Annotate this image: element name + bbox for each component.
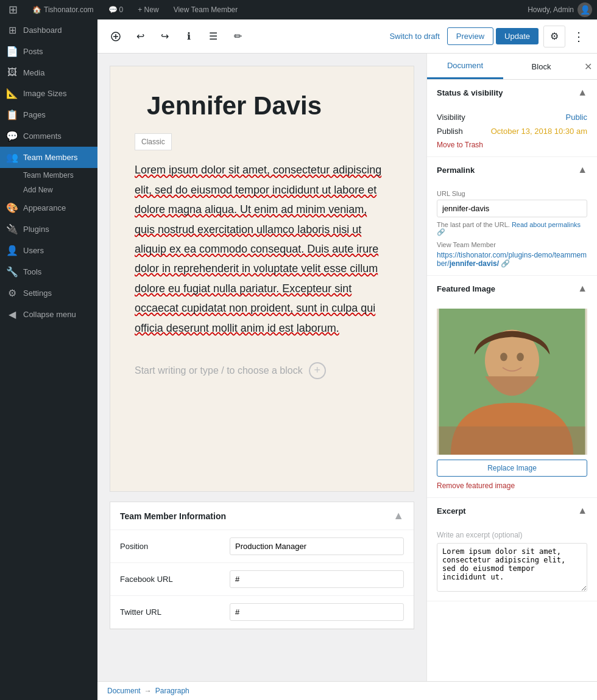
position-label: Position [120, 542, 230, 551]
appearance-icon: 🎨 [6, 202, 18, 214]
bottom-bar-document-link[interactable]: Document [107, 687, 141, 695]
add-block-area: Start writing or type / to choose a bloc… [110, 350, 414, 391]
facebook-label: Facebook URL [120, 575, 230, 584]
excerpt-title: Excerpt [437, 506, 466, 516]
post-title-area: Jennifer Davis [110, 66, 414, 133]
visibility-value[interactable]: Public [566, 113, 587, 122]
main-layout: ⊞ Dashboard 📄 Posts 🖼 Media 📐 Image Size… [0, 19, 597, 700]
add-block-button[interactable] [105, 26, 127, 47]
sidebar-item-team-members[interactable]: 👥 Team Members [0, 147, 97, 168]
update-button[interactable]: Update [496, 28, 539, 44]
svg-rect-8 [439, 427, 585, 455]
user-menu[interactable]: Howdy, Admin 👤 [528, 2, 592, 17]
excerpt-placeholder: Write an excerpt (optional) [437, 531, 587, 539]
sidebar-item-appearance[interactable]: 🎨 Appearance [0, 197, 97, 219]
twitter-input[interactable] [230, 603, 404, 621]
new-content-button[interactable]: + New [134, 0, 162, 19]
undo-button[interactable]: ↩ [129, 26, 151, 47]
status-visibility-header[interactable]: Status & visibility ▲ [427, 80, 597, 105]
sidebar-item-comments[interactable]: 💬 Comments [0, 125, 97, 147]
featured-image-container[interactable] [437, 309, 587, 455]
edit-button[interactable]: ✏ [227, 26, 249, 47]
permalink-section: Permalink ▲ URL Slug The last part of th… [427, 157, 597, 276]
comments-icon: 💬 [6, 130, 18, 142]
featured-image-toggle[interactable]: ▲ [578, 283, 587, 294]
info-button[interactable]: ℹ [178, 26, 200, 47]
move-to-trash-link[interactable]: Move to Trash [437, 141, 587, 149]
permalink-content: URL Slug The last part of the URL. Read … [427, 183, 597, 275]
url-slug-input[interactable] [437, 200, 587, 217]
settings-panel-button[interactable]: ⚙ [543, 26, 565, 47]
permalink-header[interactable]: Permalink ▲ [427, 157, 597, 183]
sidebar-item-posts[interactable]: 📄 Posts [0, 41, 97, 62]
add-block-circle-button[interactable]: + [309, 362, 326, 379]
permalink-title: Permalink [437, 166, 475, 175]
remove-featured-image-link[interactable]: Remove featured image [437, 481, 587, 490]
svg-point-6 [500, 353, 507, 362]
tab-document[interactable]: Document [427, 54, 503, 79]
right-panel: Document Block ✕ Status & visibility ▲ V… [426, 54, 597, 681]
sidebar-item-settings[interactable]: ⚙ Settings [0, 282, 97, 304]
view-team-member-label: View Team Member [437, 241, 587, 248]
post-editor: Jennifer Davis Classic Lorem ipsum dolor… [110, 66, 414, 492]
excerpt-toggle[interactable]: ▲ [578, 505, 587, 516]
sidebar-item-plugins[interactable]: 🔌 Plugins [0, 219, 97, 240]
publish-row: Publish October 13, 2018 10:30 am [437, 127, 587, 136]
sidebar: ⊞ Dashboard 📄 Posts 🖼 Media 📐 Image Size… [0, 19, 97, 700]
editor-area: ↩ ↪ ℹ ☰ ✏ Switch to draft Preview Update… [97, 19, 597, 700]
publish-label: Publish [437, 127, 463, 136]
switch-draft-button[interactable]: Switch to draft [389, 32, 439, 41]
status-visibility-toggle[interactable]: ▲ [578, 87, 587, 98]
publish-value[interactable]: October 13, 2018 10:30 am [491, 127, 587, 136]
featured-image-content: Replace Image Remove featured image [427, 301, 597, 497]
featured-image-header[interactable]: Featured Image ▲ [427, 276, 597, 301]
content-area: Jennifer Davis Classic Lorem ipsum dolor… [97, 54, 426, 681]
visibility-row: Visibility Public [437, 113, 587, 122]
facebook-input-wrapper [230, 570, 404, 588]
meta-box-toggle[interactable]: ▲ [393, 509, 404, 522]
replace-image-button[interactable]: Replace Image [437, 460, 587, 477]
excerpt-section: Excerpt ▲ Write an excerpt (optional) Lo… [427, 498, 597, 601]
post-content[interactable]: Lorem ipsum dolor sit amet, consectetur … [110, 160, 414, 350]
meta-box-header[interactable]: Team Member Information ▲ [110, 502, 414, 530]
url-slug-label: URL Slug [437, 190, 587, 197]
sidebar-item-image-sizes[interactable]: 📐 Image Sizes [0, 83, 97, 104]
position-field: Position [110, 530, 414, 563]
site-name[interactable]: 🏠 Tishonator.com [29, 0, 97, 19]
excerpt-textarea[interactable]: Lorem ipsum dolor sit amet, consectetur … [437, 543, 587, 592]
more-options-button[interactable]: ⋮ [568, 26, 590, 47]
sidebar-item-pages[interactable]: 📋 Pages [0, 104, 97, 125]
facebook-input[interactable] [230, 570, 404, 588]
post-title[interactable]: Jennifer Davis [147, 91, 377, 121]
classic-block: Classic [135, 133, 389, 150]
comments-link[interactable]: 💬 0 [105, 0, 127, 19]
featured-image-title: Featured Image [437, 284, 495, 293]
editor-main: Jennifer Davis Classic Lorem ipsum dolor… [97, 54, 597, 681]
read-about-permalinks-link[interactable]: Read about permalinks [512, 221, 581, 228]
view-team-member-link[interactable]: View Team Member [170, 0, 242, 19]
twitter-label: Twitter URL [120, 607, 230, 617]
list-view-button[interactable]: ☰ [202, 26, 224, 47]
visibility-label: Visibility [437, 113, 465, 122]
add-block-placeholder: Start writing or type / to choose a bloc… [135, 365, 303, 376]
excerpt-header[interactable]: Excerpt ▲ [427, 498, 597, 523]
redo-button[interactable]: ↪ [154, 26, 175, 47]
tab-block[interactable]: Block [503, 55, 579, 79]
sidebar-add-new[interactable]: Add New [0, 183, 97, 197]
view-team-member-url[interactable]: https://tishonator.com/plugins-demo/team… [437, 251, 587, 268]
sidebar-item-users[interactable]: 👤 Users [0, 240, 97, 261]
team-member-info-metabox: Team Member Information ▲ Position F [110, 502, 414, 629]
dashboard-icon: ⊞ [6, 24, 18, 36]
sidebar-item-media[interactable]: 🖼 Media [0, 62, 97, 83]
preview-button[interactable]: Preview [447, 27, 493, 45]
bottom-bar-paragraph-link[interactable]: Paragraph [155, 687, 189, 695]
position-input[interactable] [230, 537, 404, 555]
sidebar-item-dashboard[interactable]: ⊞ Dashboard [0, 19, 97, 41]
panel-close-button[interactable]: ✕ [579, 56, 597, 77]
wp-logo[interactable]: ⊞ [5, 0, 21, 19]
comment-icon: 💬 [108, 5, 118, 14]
sidebar-item-tools[interactable]: 🔧 Tools [0, 261, 97, 282]
sidebar-collapse-menu[interactable]: ◀ Collapse menu [0, 304, 97, 325]
permalink-toggle[interactable]: ▲ [578, 164, 587, 175]
status-visibility-section: Status & visibility ▲ Visibility Public … [427, 80, 597, 157]
